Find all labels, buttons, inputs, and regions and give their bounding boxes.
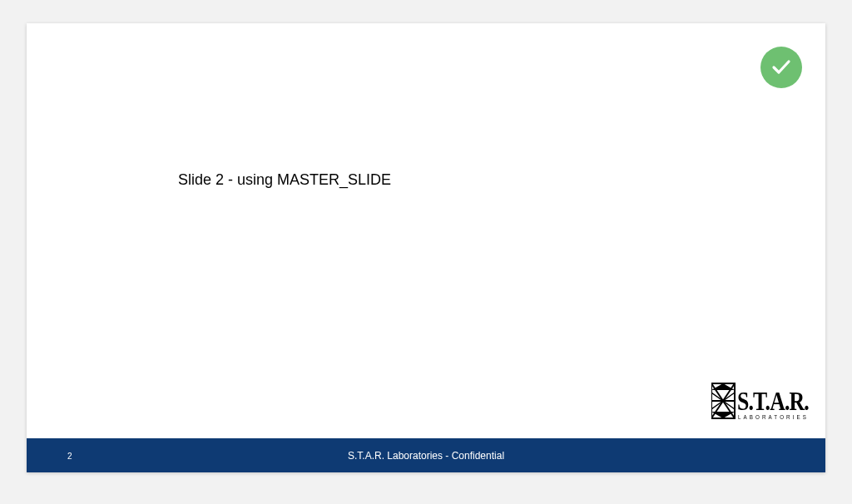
footer-confidential-text: S.T.A.R. Laboratories - Confidential (348, 450, 504, 462)
svg-line-10 (723, 401, 735, 409)
svg-line-9 (711, 401, 723, 409)
svg-line-8 (723, 393, 735, 401)
svg-line-7 (711, 393, 723, 401)
page-number: 2 (67, 451, 72, 460)
logo-sub-text: LABORATORIES (738, 413, 809, 421)
logo-main-text: S.T.A.R. (737, 387, 809, 416)
success-check-icon (760, 47, 802, 88)
slide-title: Slide 2 - using MASTER_SLIDE (178, 171, 391, 189)
star-labs-logo: S.T.A.R. LABORATORIES (711, 380, 810, 423)
slide-canvas: Slide 2 - using MASTER_SLIDE (27, 23, 825, 472)
footer-bar: 2 S.T.A.R. Laboratories - Confidential (27, 438, 825, 472)
